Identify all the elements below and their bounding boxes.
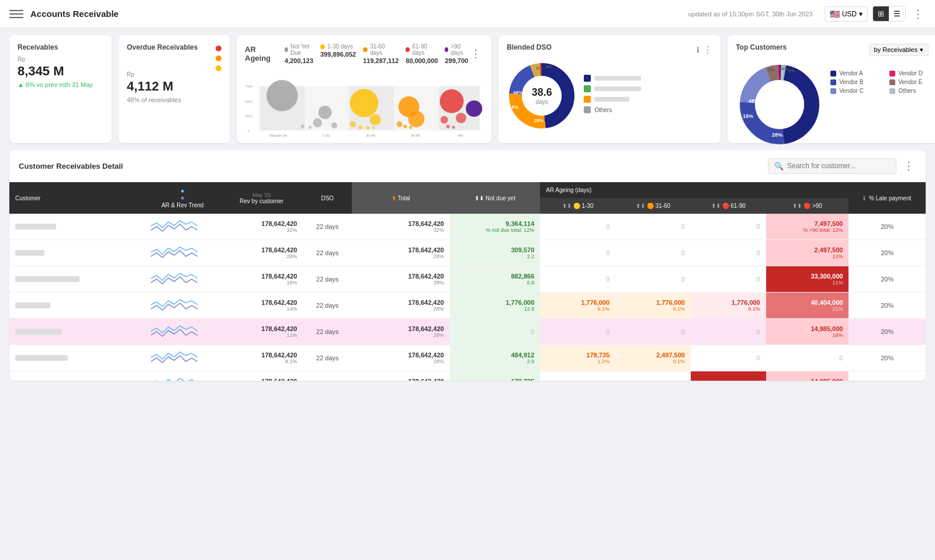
ar-3160-cell: 2,497,5009.1%	[615, 345, 691, 371]
svg-text:500K: 500K	[245, 100, 253, 103]
menu-icon[interactable]	[9, 7, 23, 21]
legend-not-due: Not Yet Due 4,200,123	[285, 43, 313, 64]
blended-dso-legend: Others	[584, 75, 712, 117]
svg-point-24	[372, 127, 375, 129]
svg-point-20	[370, 114, 381, 126]
rev-cell: 178,642,42011%	[220, 319, 303, 345]
rev-cell: 178,642,42032%	[220, 214, 303, 240]
receivables-title: Receivables	[18, 43, 103, 51]
ar-3160-cell: 0	[615, 266, 691, 293]
svg-point-16	[331, 123, 337, 128]
svg-point-15	[313, 119, 322, 127]
svg-point-35	[466, 100, 482, 117]
ar-90-cell: 0	[766, 345, 849, 371]
ar-aging-more-button[interactable]: ⋮	[468, 45, 483, 62]
table-row: 178,642,42018%22 days178,642,42028%882,8…	[9, 266, 926, 293]
total-cell: 178,642,42028%	[352, 319, 449, 345]
ar-aging-title: AR Ageing	[245, 45, 271, 62]
legend-130: 1-30 days 399,896,052	[320, 43, 356, 64]
trend-cell	[145, 240, 220, 266]
customer-name-cell	[9, 240, 145, 266]
not-due-cell: 9,364,114% not due total: 12%	[450, 214, 541, 240]
ar-6190-cell: 33,300,000	[691, 371, 766, 381]
customer-name-cell	[9, 345, 145, 371]
trend-cell	[145, 371, 220, 381]
overdue-indicator-low	[216, 65, 221, 71]
late-payment-cell: 20%	[849, 214, 926, 240]
svg-text:18%: 18%	[743, 113, 753, 119]
dso-cell: 22 days	[303, 266, 352, 293]
svg-text:28%: 28%	[772, 132, 782, 138]
overdue-indicator-high	[216, 46, 221, 51]
total-cell: 178,642,42032%	[352, 214, 449, 240]
customer-search-box[interactable]: 🔍	[768, 158, 896, 174]
ar-3160-cell: 0	[615, 240, 691, 266]
ar-6190-cell: 0	[691, 345, 766, 371]
table-row: 178,642,4208.1%22 days178,642,42028%484,…	[9, 345, 926, 371]
not-due-cell: 1,776,00012.8	[450, 293, 541, 319]
svg-text:2%: 2%	[545, 64, 552, 69]
svg-text:5%: 5%	[536, 66, 543, 71]
svg-point-29	[409, 126, 412, 128]
overdue-card: Overdue Receivables Rp 4,112 M 48% of re…	[119, 35, 230, 143]
blended-more-button[interactable]: ⋮	[703, 44, 712, 55]
ar-aging-chart: 750K 500K 250K 0	[245, 68, 483, 149]
th-3160: ⬆⬇ 🟠 31-60	[615, 198, 691, 214]
ar-3160-cell: 0	[615, 214, 691, 240]
ar-6190-cell: 0	[691, 319, 766, 345]
last-updated: updated as of 15:30pm SGT, 30th Jun 2023	[688, 11, 813, 18]
table-more-button[interactable]: ⋮	[901, 157, 916, 175]
svg-point-21	[350, 121, 356, 127]
blended-info-button[interactable]: ℹ	[697, 44, 699, 55]
ar-90-cell: 14,985,00018%	[766, 319, 849, 345]
top-customers-card: Top Customers by Receivables ▾ ⋮	[728, 35, 935, 143]
search-input[interactable]	[787, 162, 890, 170]
th-ar-ageing-group: AR Ageing (days)	[540, 182, 849, 198]
ar-130-cell: 0	[540, 214, 615, 240]
header-more-button[interactable]: ⋮	[910, 5, 926, 23]
dso-cell: 22 days	[303, 293, 352, 319]
dso-cell: 22 days	[303, 240, 352, 266]
svg-text:5%: 5%	[788, 68, 795, 74]
th-90plus: ⬆⬇ 🔴 >90	[766, 198, 849, 214]
rev-cell: 178,642,4207.6%	[220, 371, 303, 381]
customer-name-cell	[9, 319, 145, 345]
ar-130-cell: 0	[540, 371, 615, 381]
legend-3160: 31-60 days 119,287,112	[363, 43, 399, 64]
rev-cell: 178,642,42014%	[220, 293, 303, 319]
rev-cell: 178,642,4208.1%	[220, 345, 303, 371]
total-cell: 178,642,42028%	[352, 266, 449, 293]
th-ar-rev-trend: ■ ■ AR & Rev Trend	[145, 182, 220, 214]
top-customers-donut: 48% 28% 18% 2% 3.6% 5%	[736, 61, 823, 148]
svg-point-18	[309, 126, 311, 128]
late-payment-cell: 20%	[849, 371, 926, 381]
svg-text:0: 0	[248, 129, 250, 133]
currency-selector[interactable]: 🇺🇸 USD ▾	[825, 6, 868, 22]
total-cell: 178,642,42028%	[352, 293, 449, 319]
ar-3160-cell: 1,776,0009.1%	[615, 293, 691, 319]
vendor-legend: Vendor A Vendor D Vendor B Vendor E	[830, 61, 935, 148]
th-dso: DSO	[303, 182, 352, 214]
by-receivables-filter[interactable]: by Receivables ▾	[869, 44, 929, 56]
dso-cell: 22 days	[303, 345, 352, 371]
list-view-button[interactable]: ☰	[889, 6, 905, 21]
top-customers-more-button[interactable]: ⋮	[932, 44, 935, 55]
svg-point-26	[408, 111, 424, 127]
svg-text:Not due yet: Not due yet	[270, 134, 288, 137]
overdue-amount: 4,112 M	[127, 79, 221, 94]
trend-cell	[145, 293, 220, 319]
table-row: 178,642,42032%22 days178,642,42032%9,364…	[9, 214, 926, 240]
svg-point-32	[441, 116, 448, 124]
svg-point-19	[350, 89, 378, 117]
not-due-cell: 0	[450, 319, 541, 345]
svg-point-30	[440, 89, 464, 113]
grid-view-button[interactable]: ⊞	[873, 6, 889, 21]
customer-name-cell	[9, 371, 145, 381]
th-late-payment: ℹ % Late payment	[849, 182, 926, 214]
not-due-cell: 484,9122.9	[450, 345, 541, 371]
table-title: Customer Receivables Detail	[19, 162, 123, 171]
ar-aging-card: AR Ageing Not Yet Due 4,200,123	[237, 35, 491, 143]
receivables-card: Receivables Rp 8,345 M ▲ 6% vs prev mth …	[9, 35, 112, 143]
th-130: ⬆⬇ 🟡 1-30	[540, 198, 615, 214]
others-label: Others	[594, 107, 712, 113]
